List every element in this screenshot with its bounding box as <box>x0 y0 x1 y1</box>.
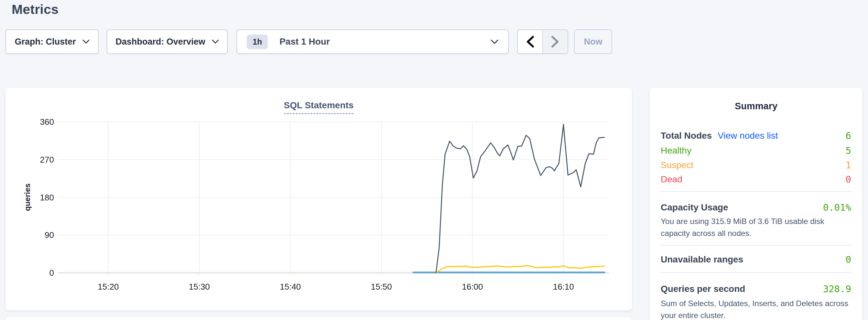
total-nodes-value: 6 <box>846 130 851 141</box>
divider <box>661 272 851 273</box>
time-range-label: Past 1 Hour <box>279 36 330 47</box>
unavailable-ranges-row: Unavailable ranges 0 <box>661 254 851 265</box>
previous-timeframe-button[interactable] <box>518 30 542 53</box>
total-nodes-row: Total Nodes View nodes list 6 <box>661 130 851 141</box>
capacity-usage-label: Capacity Usage <box>661 202 728 213</box>
dead-nodes-row: Dead 0 <box>661 173 851 185</box>
divider <box>661 191 851 192</box>
suspect-nodes-row: Suspect 1 <box>661 159 851 171</box>
x-tick-label: 15:40 <box>271 282 310 292</box>
dashboard-dropdown-label: Dashboard: Overview <box>116 37 205 47</box>
queries-per-second-description: Sum of Selects, Updates, Inserts, and De… <box>661 297 854 320</box>
time-range-selector[interactable]: 1h Past 1 Hour <box>237 29 509 54</box>
queries-per-second-value: 328.9 <box>823 284 851 294</box>
y-tick-label: 270 <box>19 154 54 165</box>
x-tick-label: 15:20 <box>89 282 128 292</box>
series-dark-blue-line <box>436 124 604 273</box>
y-tick-label: 90 <box>19 229 54 241</box>
chevron-down-icon <box>83 39 90 44</box>
unavailable-ranges-value: 0 <box>846 254 851 265</box>
time-pager <box>517 29 568 54</box>
dead-label: Dead <box>661 174 682 185</box>
capacity-usage-value: 0.01% <box>823 202 851 213</box>
unavailable-ranges-label: Unavailable ranges <box>661 254 743 265</box>
y-tick-label: 360 <box>19 116 54 127</box>
x-tick-label: 16:10 <box>544 282 583 292</box>
dead-value: 0 <box>846 174 851 185</box>
divider <box>661 245 851 246</box>
chevron-right-icon <box>551 36 559 48</box>
suspect-label: Suspect <box>661 160 693 170</box>
view-nodes-list-link[interactable]: View nodes list <box>718 131 778 141</box>
suspect-value: 1 <box>846 160 851 171</box>
graph-dropdown[interactable]: Graph: Cluster <box>5 29 99 54</box>
healthy-label: Healthy <box>661 146 691 156</box>
queries-per-second-row: Queries per second 328.9 <box>661 283 851 295</box>
page-title: Metrics <box>12 2 59 17</box>
x-tick-label: 16:00 <box>453 282 492 292</box>
chevron-left-icon <box>526 36 534 48</box>
sql-statements-chart-card: SQL Statements 09018027036015:2015:3015:… <box>5 88 632 310</box>
time-range-badge: 1h <box>247 35 268 49</box>
next-chart-card-partial <box>5 317 632 320</box>
chevron-down-icon <box>491 39 498 44</box>
healthy-nodes-row: Healthy 5 <box>661 145 851 156</box>
queries-per-second-label: Queries per second <box>661 284 745 294</box>
capacity-usage-row: Capacity Usage 0.01% <box>661 202 851 213</box>
dashboard-dropdown[interactable]: Dashboard: Overview <box>107 29 228 54</box>
capacity-usage-description: You are using 315.9 MiB of 3.6 TiB usabl… <box>661 215 854 239</box>
x-tick-label: 15:50 <box>362 282 401 292</box>
total-nodes-label: Total Nodes <box>661 131 712 141</box>
x-tick-label: 15:30 <box>180 282 219 292</box>
y-tick-label: 0 <box>19 267 54 278</box>
graph-dropdown-label: Graph: Cluster <box>14 37 76 47</box>
chevron-down-icon <box>212 39 219 44</box>
summary-panel: Summary Total Nodes View nodes list 6 He… <box>650 88 862 320</box>
next-timeframe-button[interactable] <box>542 30 567 53</box>
chart-canvas[interactable] <box>5 88 632 310</box>
now-button[interactable]: Now <box>574 29 612 54</box>
healthy-value: 5 <box>846 145 851 156</box>
y-axis-label: queries <box>23 183 32 211</box>
summary-title: Summary <box>650 101 862 111</box>
